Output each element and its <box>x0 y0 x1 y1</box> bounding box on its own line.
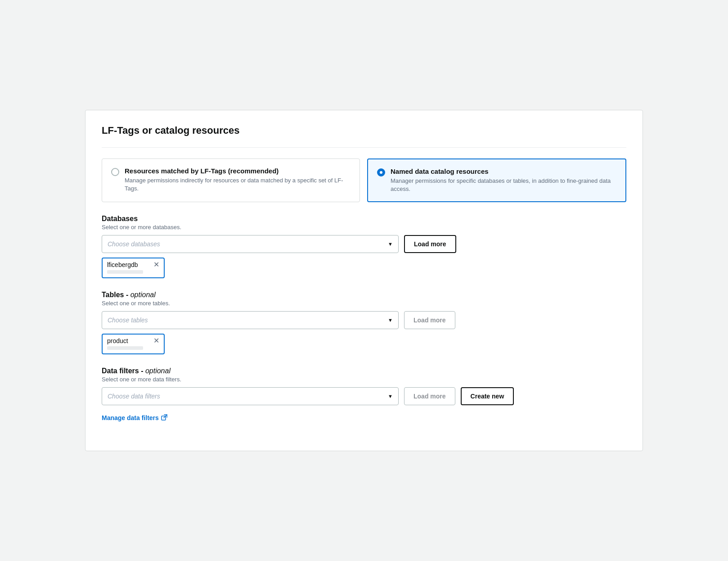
data-filters-section: Data filters - optional Select one or mo… <box>102 367 626 422</box>
data-filters-dropdown[interactable]: Choose data filters ▼ <box>102 387 399 405</box>
data-filters-dropdown-arrow: ▼ <box>388 394 393 399</box>
tables-dropdown-row: Choose tables ▼ Load more <box>102 311 626 329</box>
divider <box>102 147 626 148</box>
tables-tag-container: product ✕ <box>102 334 626 354</box>
radio-lf-tags-desc: Manage permissions indirectly for resour… <box>125 176 351 193</box>
data-filters-placeholder: Choose data filters <box>108 393 160 400</box>
radio-lf-tags[interactable]: Resources matched by LF-Tags (recommende… <box>102 158 360 202</box>
tables-subtitle: Select one or more tables. <box>102 300 626 307</box>
tables-dropdown-arrow: ▼ <box>388 317 393 323</box>
external-link-icon <box>161 414 167 422</box>
tables-section: Tables - optional Select one or more tab… <box>102 291 626 354</box>
databases-dropdown[interactable]: Choose databases ▼ <box>102 235 399 253</box>
data-filters-subtitle: Select one or more data filters. <box>102 376 626 383</box>
databases-tag-close[interactable]: ✕ <box>153 261 159 268</box>
main-card: LF-Tags or catalog resources Resources m… <box>85 110 643 452</box>
tables-title: Tables - optional <box>102 291 626 299</box>
radio-lf-tags-circle <box>111 168 119 176</box>
tables-tag-bar <box>107 346 143 350</box>
databases-tag-lficebergdb: lficebergdb ✕ <box>102 258 165 278</box>
data-filters-load-more-button[interactable]: Load more <box>404 387 455 405</box>
radio-lf-tags-title: Resources matched by LF-Tags (recommende… <box>125 167 351 175</box>
radio-named-catalog[interactable]: Named data catalog resources Manager per… <box>367 158 626 202</box>
manage-data-filters-link[interactable]: Manage data filters <box>102 414 167 422</box>
tables-dropdown[interactable]: Choose tables ▼ <box>102 311 399 329</box>
databases-section: Databases Select one or more databases. … <box>102 215 626 278</box>
databases-dropdown-row: Choose databases ▼ Load more <box>102 235 626 253</box>
radio-named-catalog-title: Named data catalog resources <box>391 167 616 175</box>
radio-named-catalog-circle <box>377 168 385 176</box>
tables-load-more-button[interactable]: Load more <box>404 311 455 329</box>
tables-placeholder: Choose tables <box>108 317 148 324</box>
databases-subtitle: Select one or more databases. <box>102 224 626 231</box>
databases-tag-name: lficebergdb <box>107 261 138 268</box>
data-filters-dropdown-row: Choose data filters ▼ Load more Create n… <box>102 387 626 405</box>
page-title: LF-Tags or catalog resources <box>102 125 626 136</box>
resource-type-radio-group: Resources matched by LF-Tags (recommende… <box>102 158 626 202</box>
databases-load-more-button[interactable]: Load more <box>404 235 456 253</box>
tables-tag-close[interactable]: ✕ <box>153 337 159 344</box>
databases-tag-bar <box>107 270 143 274</box>
data-filters-create-new-button[interactable]: Create new <box>461 387 514 405</box>
databases-title: Databases <box>102 215 626 223</box>
radio-named-catalog-desc: Manager permissions for specific databas… <box>391 177 616 193</box>
databases-tag-container: lficebergdb ✕ <box>102 258 626 278</box>
data-filters-title: Data filters - optional <box>102 367 626 375</box>
databases-placeholder: Choose databases <box>108 240 160 248</box>
manage-data-filters-label: Manage data filters <box>102 414 159 421</box>
tables-tag-product: product ✕ <box>102 334 165 354</box>
databases-dropdown-arrow: ▼ <box>388 241 393 247</box>
tables-tag-name: product <box>107 337 128 344</box>
